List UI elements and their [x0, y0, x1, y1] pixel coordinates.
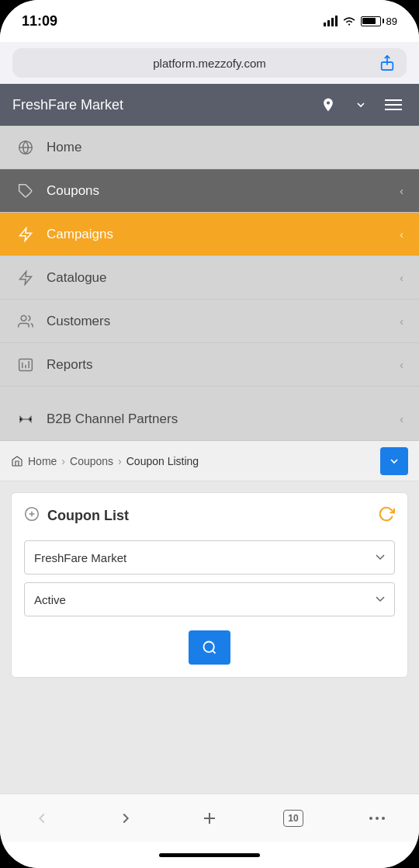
catalogue-chevron: ‹	[400, 272, 403, 284]
status-time: 11:09	[22, 13, 57, 30]
svg-point-24	[376, 817, 379, 820]
svg-point-25	[382, 817, 385, 820]
pin-icon-btn[interactable]	[315, 92, 341, 118]
sidebar-item-reports[interactable]: Reports ‹	[0, 343, 419, 387]
breadcrumb-current: Coupon Listing	[126, 455, 199, 467]
svg-point-23	[369, 817, 372, 820]
coupons-label: Coupons	[47, 183, 99, 199]
sidebar-item-campaigns[interactable]: Campaigns ‹	[0, 213, 419, 256]
add-icon	[200, 809, 219, 828]
url-bar[interactable]: platform.mezzofy.com	[12, 48, 407, 78]
coupon-list-title: Coupon List	[47, 508, 129, 524]
forward-icon	[117, 810, 134, 827]
sidebar-item-b2b[interactable]: B2B Channel Partners ‹	[0, 398, 419, 441]
svg-rect-3	[335, 16, 338, 26]
svg-marker-11	[20, 227, 32, 241]
home-icon	[16, 137, 36, 158]
wifi-icon	[342, 16, 356, 26]
refresh-icon[interactable]	[378, 505, 395, 526]
catalogue-icon	[16, 268, 36, 288]
svg-rect-0	[324, 23, 326, 26]
campaigns-icon	[16, 224, 36, 245]
breadcrumb-home[interactable]: Home	[28, 455, 57, 467]
breadcrumb-coupons[interactable]: Coupons	[70, 455, 113, 467]
b2b-chevron: ‹	[400, 413, 403, 425]
content-area: Home › Coupons › Coupon Listing	[0, 441, 419, 793]
status-icons: 89	[324, 16, 397, 27]
coupons-icon	[16, 181, 36, 201]
tabs-button[interactable]: 10	[276, 801, 310, 835]
customers-icon	[16, 311, 36, 332]
catalogue-label: Catalogue	[47, 270, 107, 286]
back-icon	[33, 810, 50, 827]
pin-icon	[320, 97, 336, 113]
chevron-down-icon-btn[interactable]	[348, 92, 374, 118]
breadcrumb: Home › Coupons › Coupon Listing	[11, 455, 199, 467]
forward-button[interactable]	[109, 801, 143, 835]
new-tab-button[interactable]	[192, 801, 227, 835]
home-breadcrumb-icon	[11, 455, 23, 467]
bottom-bar: 10	[0, 793, 419, 842]
coupons-chevron: ‹	[400, 185, 403, 197]
status-bar: 11:09 89	[0, 0, 419, 42]
tab-count: 10	[283, 810, 303, 827]
battery-level: 89	[386, 16, 397, 27]
app-title: FreshFare Market	[12, 97, 123, 113]
url-text: platform.mezzofy.com	[40, 57, 379, 70]
home-label: Home	[47, 140, 81, 155]
breadcrumb-dropdown-btn[interactable]	[380, 447, 408, 475]
svg-marker-12	[20, 271, 32, 284]
reports-icon	[16, 355, 36, 375]
back-button[interactable]	[25, 801, 59, 835]
card-header: Coupon List	[24, 505, 395, 526]
breadcrumb-sep1: ›	[61, 455, 65, 467]
customers-chevron: ‹	[400, 315, 403, 328]
reports-label: Reports	[47, 357, 93, 373]
sidebar-item-coupons[interactable]: Coupons ‹	[0, 169, 419, 213]
svg-rect-1	[327, 20, 330, 26]
search-button[interactable]	[189, 630, 230, 665]
merchant-select[interactable]: FreshFare Market	[24, 540, 395, 575]
coupon-list-card: Coupon List FreshFare Market Active Inac…	[11, 492, 408, 678]
home-bar	[159, 853, 260, 857]
signal-icon	[324, 16, 338, 26]
campaigns-chevron: ‹	[400, 228, 403, 241]
sidebar-item-customers[interactable]: Customers ‹	[0, 300, 419, 343]
sidebar-item-home[interactable]: Home	[0, 126, 419, 169]
b2b-label: B2B Channel Partners	[47, 411, 178, 427]
chevron-down-icon	[355, 99, 367, 111]
breadcrumb-sep2: ›	[118, 455, 122, 467]
svg-point-13	[21, 315, 26, 321]
home-indicator	[0, 842, 419, 868]
nav-menu: Home Coupons ‹	[0, 126, 419, 441]
sidebar-item-catalogue[interactable]: Catalogue ‹	[0, 256, 419, 300]
share-icon[interactable]	[379, 54, 396, 71]
campaigns-label: Campaigns	[47, 227, 113, 242]
status-select[interactable]: Active Inactive All	[24, 582, 395, 616]
svg-line-20	[213, 651, 216, 654]
search-icon	[202, 640, 217, 655]
app-header: FreshFare Market	[0, 84, 419, 126]
b2b-icon	[16, 409, 36, 429]
breadcrumb-bar: Home › Coupons › Coupon Listing	[0, 441, 419, 481]
more-button[interactable]	[360, 801, 394, 835]
search-btn-container	[24, 630, 395, 665]
menu-icon	[385, 99, 402, 111]
more-icon	[369, 816, 386, 821]
card-title-row: Coupon List	[24, 506, 129, 526]
customers-label: Customers	[47, 314, 110, 329]
svg-rect-2	[331, 18, 334, 26]
breadcrumb-chevron-icon	[388, 455, 400, 467]
browser-bar: platform.mezzofy.com	[0, 42, 419, 84]
coupon-list-icon	[24, 506, 40, 526]
svg-point-19	[204, 642, 214, 652]
header-icons	[315, 92, 407, 118]
battery-icon: 89	[361, 16, 397, 27]
menu-icon-btn[interactable]	[380, 92, 407, 118]
reports-chevron: ‹	[400, 359, 403, 371]
